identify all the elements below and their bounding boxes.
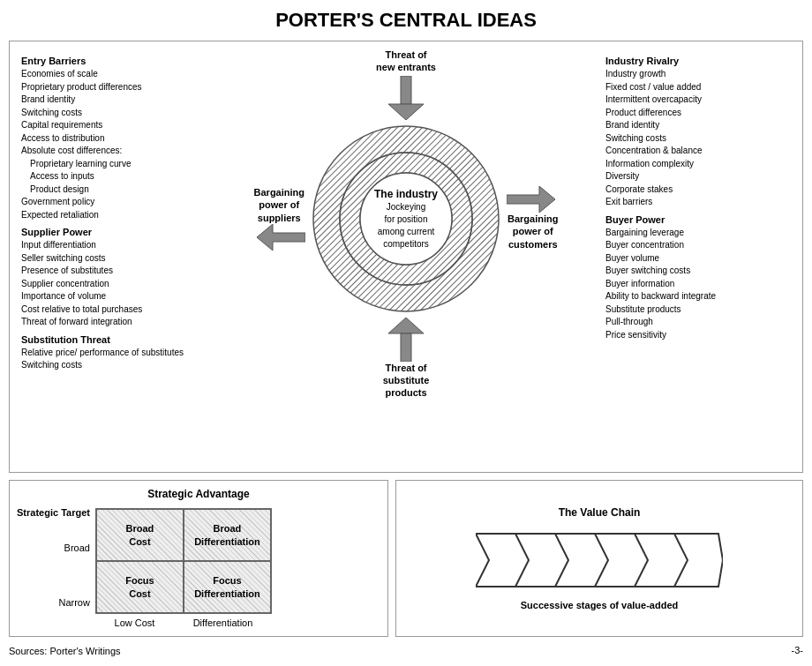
list-item: Input differentiation (21, 239, 207, 252)
forces-container: Entry Barriers Economies of scale Propri… (17, 49, 795, 400)
list-item: Cost relative to total purchases (21, 303, 207, 317)
sa-cell-focus-cost: FocusCost (96, 561, 184, 613)
center-middle-row: Bargainingpower ofsuppliers (220, 122, 592, 316)
list-item: Diversity (605, 170, 791, 183)
svg-marker-2 (257, 224, 305, 251)
list-item: Industry growth (605, 68, 791, 81)
list-item: Relative price/ performance of substitut… (21, 347, 207, 360)
page-number: -3- (792, 645, 803, 655)
sa-target-label: Strategic Target (17, 507, 90, 518)
right-column: Industry Rivalry Industry growth Fixed c… (601, 49, 795, 400)
value-chain-diagram (476, 529, 723, 591)
list-item: Government policy (21, 196, 207, 209)
sa-broad-row-label: Broad (64, 521, 90, 574)
buyer-power-heading: Buyer Power (605, 214, 791, 225)
left-force-area: Bargainingpower ofsuppliers (254, 186, 309, 251)
circle-diagram: The industry Jockeyingfor positionamong … (309, 122, 503, 316)
svg-rect-0 (401, 76, 411, 104)
list-item: Information complexity (605, 158, 791, 171)
list-item: Access to inputs (21, 170, 207, 183)
list-item: Concentration & balance (605, 145, 791, 158)
entry-barriers-list: Economies of scale Proprietary product d… (21, 68, 207, 221)
list-item: Expected retaliation (21, 209, 207, 222)
substitution-threat-heading: Substitution Threat (21, 334, 207, 345)
sa-cell-broad-diff: BroadDifferentiation (184, 509, 271, 561)
list-item: Pull-through (605, 316, 791, 329)
list-item: Product differences (605, 107, 791, 120)
list-item: Product design (21, 183, 207, 197)
list-item: Buyer concentration (605, 239, 791, 252)
right-arrow-icon (507, 186, 555, 213)
center-column: Threat ofnew entrants Bargainingpower of… (211, 49, 601, 400)
page-title: PORTER'S CENTRAL IDEAS (9, 9, 803, 32)
footer: Sources: Porter's Writings -3- (9, 642, 803, 656)
sa-cell-broad-cost: BroadCost (96, 509, 184, 561)
top-arrow-area: Threat ofnew entrants (376, 49, 436, 120)
top-arrow-label: Threat ofnew entrants (376, 49, 436, 74)
bottom-arrow-area: Threat ofsubstituteproducts (383, 318, 430, 401)
list-item: Buyer volume (605, 252, 791, 266)
list-item: Proprietary learning curve (21, 158, 207, 171)
svg-rect-11 (401, 333, 411, 362)
list-item: Exit barriers (605, 196, 791, 209)
svg-marker-9 (507, 186, 555, 213)
main-diagram-box: Entry Barriers Economies of scale Propri… (9, 41, 803, 473)
supplier-power-heading: Supplier Power (21, 227, 207, 237)
left-arrow-label: Bargainingpower ofsuppliers (254, 186, 304, 224)
left-column: Entry Barriers Economies of scale Propri… (17, 49, 211, 400)
bottom-arrow-icon (388, 318, 424, 362)
value-chain-box: The Value Chain Successive stages of val… (395, 480, 803, 637)
list-item: Substitute products (605, 303, 791, 317)
list-item: Price sensitivity (605, 329, 791, 342)
right-force-area: Bargainingpower ofcustomers (503, 186, 558, 251)
list-item: Brand identity (21, 94, 207, 107)
buyer-power-list: Bargaining leverage Buyer concentration … (605, 227, 791, 342)
industry-rivalry-list: Industry growth Fixed cost / value added… (605, 68, 791, 209)
list-item: Ability to backward integrate (605, 290, 791, 303)
bottom-section: Strategic Advantage Strategic Target Bro… (9, 480, 803, 637)
right-arrow-label: Bargainingpower ofcustomers (508, 213, 558, 251)
list-item: Supplier concentration (21, 278, 207, 291)
list-item: Absolute cost differences: (21, 145, 207, 158)
svg-marker-10 (388, 318, 424, 333)
list-item: Economies of scale (21, 68, 207, 81)
list-item: Proprietary product differences (21, 81, 207, 94)
industry-rivalry-heading: Industry Rivalry (605, 56, 791, 66)
supplier-power-list: Input differentiation Seller switching c… (21, 239, 207, 329)
substitution-threat-list: Relative price/ performance of substitut… (21, 347, 207, 372)
list-item: Intermittent overcapacity (605, 94, 791, 107)
sa-row-labels: Strategic Target Broad Narrow (17, 507, 90, 629)
list-item: Importance of volume (21, 290, 207, 303)
sa-differentiation-label: Differentiation (193, 617, 253, 628)
list-item: Capital requirements (21, 119, 207, 132)
list-item: Switching costs (21, 359, 207, 372)
list-item: Corporate stakes (605, 183, 791, 197)
list-item: Fixed cost / value added (605, 81, 791, 94)
list-item: Access to distribution (21, 132, 207, 146)
sa-col-labels: Low Cost Differentiation (95, 617, 272, 628)
svg-marker-1 (388, 104, 424, 120)
list-item: Brand identity (605, 119, 791, 132)
sources-text: Sources: Porter's Writings (9, 646, 121, 656)
value-chain-arrows (476, 529, 723, 591)
left-arrow-icon (257, 224, 305, 251)
list-item: Switching costs (21, 107, 207, 120)
bottom-arrow-label: Threat ofsubstituteproducts (383, 362, 430, 400)
value-chain-label: Successive stages of value-added (521, 600, 679, 610)
strategic-advantage-box: Strategic Advantage Strategic Target Bro… (9, 480, 388, 637)
sa-grid-container: Strategic Target Broad Narrow BroadCost … (17, 507, 380, 629)
entry-barriers-heading: Entry Barriers (21, 56, 207, 66)
sa-grid: BroadCost BroadDifferentiation FocusCost… (95, 508, 272, 614)
list-item: Seller switching costs (21, 252, 207, 266)
list-item: Bargaining leverage (605, 227, 791, 240)
list-item: Switching costs (605, 132, 791, 146)
list-item: Presence of substitutes (21, 265, 207, 278)
list-item: Buyer information (605, 278, 791, 291)
sa-cell-focus-diff: FocusDifferentiation (184, 561, 271, 613)
list-item: Buyer switching costs (605, 265, 791, 278)
top-arrow-icon (388, 76, 424, 120)
sa-narrow-row-label: Narrow (58, 576, 89, 629)
list-item: Threat of forward integration (21, 316, 207, 329)
sa-grid-area: BroadCost BroadDifferentiation FocusCost… (95, 508, 272, 628)
value-chain-title: The Value Chain (559, 506, 641, 519)
